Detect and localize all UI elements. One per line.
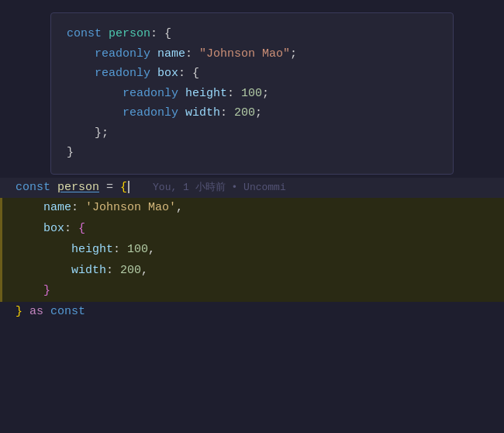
code-token: , — [148, 243, 155, 256]
popup-code-line: }; — [67, 123, 437, 144]
line-content: } — [2, 282, 50, 301]
code-token: name — [16, 201, 71, 214]
code-token: box — [16, 222, 64, 235]
code-token: : — [106, 264, 120, 277]
editor-line: } — [0, 281, 504, 302]
main-editor: const person = {You, 1 小時前 • Uncommi nam… — [0, 178, 504, 434]
code-token: , — [176, 201, 183, 214]
code-token: 100 — [127, 243, 148, 256]
editor-line: name: 'Johnson Mao', — [0, 198, 504, 219]
hover-popup: const person: { readonly name: "Johnson … — [50, 12, 454, 175]
code-token: 'Johnson Mao' — [85, 201, 176, 214]
line-content: } as const — [0, 303, 85, 322]
popup-code-line: readonly width: 200; — [67, 103, 437, 123]
code-token: as — [29, 305, 43, 318]
editor-line: const person = {You, 1 小時前 • Uncommi — [0, 178, 504, 199]
line-content: const person = { — [0, 178, 129, 198]
code-token: const — [43, 305, 85, 318]
code-token: const — [16, 181, 57, 194]
code-token: : — [113, 243, 127, 256]
editor-line: width: 200, — [0, 261, 504, 282]
editor-line: box: { — [0, 219, 504, 240]
code-token — [22, 305, 29, 318]
popup-code-line: const person: { — [67, 24, 437, 44]
line-content: height: 100, — [2, 241, 155, 260]
code-token: width — [16, 264, 106, 277]
code-token: { — [120, 181, 127, 194]
code-token: , — [141, 264, 148, 277]
editor-container: const person: { readonly name: "Johnson … — [0, 0, 504, 433]
code-token: : — [64, 222, 78, 235]
code-token: : — [71, 201, 85, 214]
code-token: } — [16, 305, 22, 318]
code-token — [16, 284, 43, 297]
editor-line: height: 100, — [0, 240, 504, 261]
code-token: } — [43, 284, 50, 297]
popup-code-line: readonly box: { — [67, 64, 437, 84]
code-token: 200 — [120, 264, 141, 277]
popup-code-line: readonly name: "Johnson Mao"; — [67, 44, 437, 64]
line-content: box: { — [2, 220, 85, 239]
code-token: { — [78, 222, 85, 235]
line-content: name: 'Johnson Mao', — [2, 199, 183, 218]
line-content: width: 200, — [2, 262, 148, 281]
code-token: height — [16, 243, 113, 256]
hover-popup-wrapper: const person: { readonly name: "Johnson … — [0, 0, 504, 178]
editor-line: } as const — [0, 302, 504, 323]
code-token: = — [99, 181, 120, 194]
text-cursor — [128, 181, 129, 193]
code-token: person — [57, 181, 99, 194]
popup-code-line: readonly height: 100; — [67, 84, 437, 104]
blame-annotation: You, 1 小時前 • Uncommi — [153, 180, 286, 194]
popup-code-line: } — [67, 143, 437, 163]
